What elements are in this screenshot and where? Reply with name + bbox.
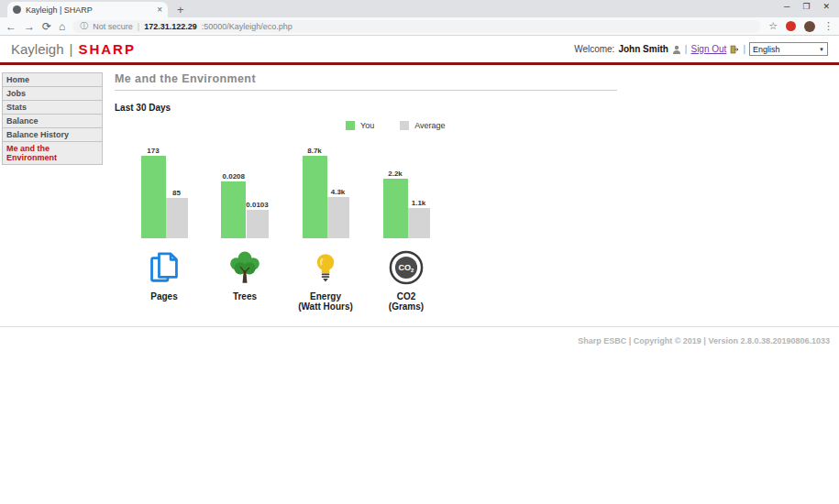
legend-item-average: Average [400,121,445,130]
you-bar-value: 173 [147,147,159,155]
profile-avatar[interactable] [804,21,815,32]
logo-separator: | [70,41,73,57]
bar-pair: 17385 [141,136,188,238]
browser-chrome: Kayleigh | SHARP × + ─ ❐ ✕ ← → ⟳ ⌂ ⓘ Not… [0,0,839,36]
language-selected-value: English [753,45,780,54]
tab-strip: Kayleigh | SHARP × + ─ ❐ ✕ [0,0,839,17]
svg-text:CO: CO [398,263,411,272]
bar-pair: 2.2k1.1k [383,136,430,238]
pages-icon [147,247,182,289]
window-close-button[interactable]: ✕ [822,2,830,11]
you-bar-column: 2.2k [383,170,408,238]
legend-average-label: Average [414,121,445,130]
sidebar-item-balance-history[interactable]: Balance History [2,128,103,142]
you-bar-value: 2.2k [388,170,403,178]
header-divider-2: | [743,44,745,54]
tab-favicon-icon [13,5,21,14]
logo-sharp: SHARP [78,41,136,57]
app-header: Kayleigh | SHARP Welcome: John Smith | S… [0,36,839,62]
average-bar-value: 0.0103 [246,201,268,209]
co2-icon: CO2 [388,247,425,289]
app-logo: Kayleigh | SHARP [11,41,136,57]
average-bar-value: 85 [172,189,181,197]
welcome-label: Welcome: [574,44,614,54]
category-label: Energy(Watt Hours) [298,291,353,312]
back-icon[interactable]: ← [6,21,17,32]
logo-kayleigh: Kayleigh [11,41,64,57]
sidebar-item-balance[interactable]: Balance [2,115,103,128]
sidebar-item-home[interactable]: Home [2,72,103,87]
category-label: Trees [233,291,257,301]
legend-average-swatch [400,121,409,130]
average-bar-column: 4.3k [327,188,349,238]
you-bar-value: 0.0208 [223,172,245,181]
sidebar-item-stats[interactable]: Stats [2,101,103,115]
info-icon[interactable]: ⓘ [80,20,88,32]
browser-toolbar: ← → ⟳ ⌂ ⓘ Not secure | 172.31.122.29:500… [0,17,839,36]
environment-bar-chart: 17385Pages0.02080.0103Trees8.7k4.3kEnerg… [124,136,839,312]
you-bar [221,181,246,238]
new-tab-button[interactable]: + [177,2,184,17]
sidebar-item-me-and-the-environment[interactable]: Me and the Environment [2,142,103,165]
user-name: John Smith [618,44,668,54]
main-panel: Me and the Environment Last 30 Days You … [115,72,839,312]
you-bar [303,156,327,238]
legend-you-swatch [346,121,355,130]
bookmark-star-icon[interactable]: ☆ [768,20,778,32]
chart-legend: You Average [346,121,839,130]
menu-kebab-icon[interactable]: ⋮ [823,20,833,32]
sign-out-link[interactable]: Sign Out [690,44,726,54]
user-icon [672,45,681,54]
address-divider: | [138,22,139,31]
average-bar-column: 1.1k [408,199,430,238]
window-maximize-button[interactable]: ❐ [802,2,810,11]
home-icon[interactable]: ⌂ [59,21,65,32]
app-footer: Sharp ESBC | Copyright © 2019 | Version … [0,326,839,347]
period-label: Last 30 Days [115,103,839,113]
browser-tab[interactable]: Kayleigh | SHARP × [7,2,168,17]
you-bar-column: 0.0208 [221,172,246,238]
page-title: Me and the Environment [115,72,617,91]
content-area: HomeJobsStatsBalanceBalance HistoryMe an… [0,65,839,312]
you-bar-column: 173 [141,147,166,238]
window-minimize-button[interactable]: ─ [784,2,789,11]
legend-item-you: You [346,121,374,130]
window-controls: ─ ❐ ✕ [778,0,835,13]
extension-icon[interactable] [786,21,796,31]
lightbulb-icon [310,247,341,289]
legend-you-label: You [360,121,374,130]
welcome-bar: Welcome: John Smith | Sign Out | English… [574,42,828,56]
language-select[interactable]: English ▼ [749,42,828,56]
you-bar-value: 8.7k [307,147,322,155]
url-path: :50000/Kayleigh/eco.php [202,22,293,31]
tab-close-icon[interactable]: × [157,5,162,15]
you-bar [383,179,408,238]
average-bar [408,208,430,238]
select-arrow-icon: ▼ [819,47,824,52]
reload-icon[interactable]: ⟳ [42,21,51,32]
toolbar-right: ☆ ⋮ [768,20,833,32]
average-bar-value: 4.3k [331,188,346,196]
not-secure-label: Not secure [93,22,133,31]
chart-group-co2: 2.2k1.1kCO2CO2(Grams) [366,136,447,312]
average-bar [247,210,269,238]
average-bar-value: 1.1k [412,199,426,207]
you-bar-column: 8.7k [303,147,327,238]
address-bar[interactable]: ⓘ Not secure | 172.31.122.29:50000/Kayle… [72,20,761,33]
tab-title: Kayleigh | SHARP [26,5,152,15]
url-host: 172.31.122.29 [144,22,197,31]
bar-pair: 0.02080.0103 [221,136,268,238]
header-divider: | [685,44,688,54]
tree-icon [226,247,263,289]
average-bar [327,197,349,238]
forward-icon[interactable]: → [24,21,35,32]
category-label: Pages [150,291,177,301]
chart-group-tree: 0.02080.0103Trees [204,136,285,312]
you-bar [141,156,166,238]
average-bar-column: 0.0103 [246,201,268,238]
category-label: CO2(Grams) [389,291,424,312]
footer-text: Sharp ESBC | Copyright © 2019 | Version … [578,336,830,345]
bar-pair: 8.7k4.3k [303,136,349,238]
chart-group-pages: 17385Pages [124,136,204,312]
sidebar-item-jobs[interactable]: Jobs [2,87,103,101]
